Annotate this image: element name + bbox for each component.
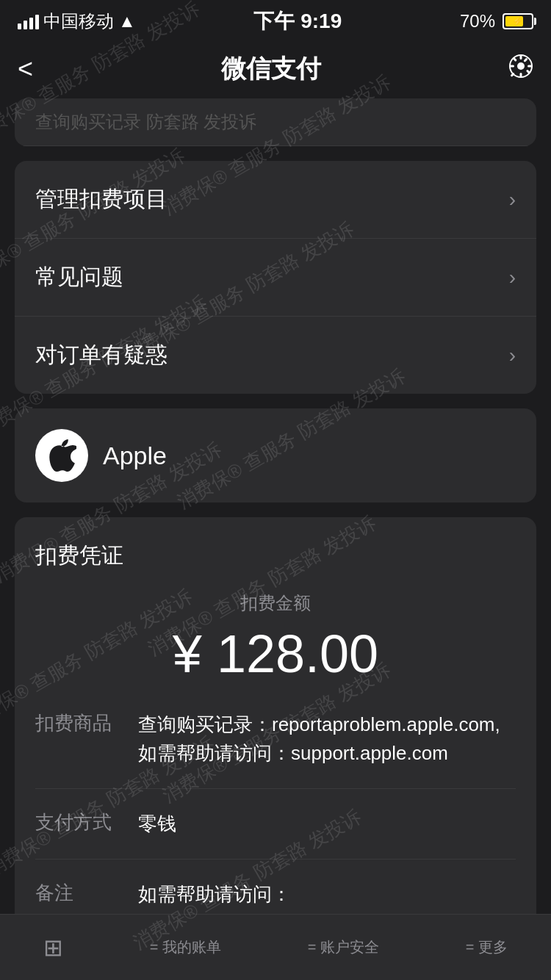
detail-value-remark: 如需帮助请访问： bbox=[138, 880, 291, 909]
tab-item-keyboard[interactable]: ⊞ bbox=[43, 934, 63, 962]
amount-value: ¥ 128.00 bbox=[35, 624, 516, 684]
wifi-icon: ▲ bbox=[118, 11, 136, 32]
page-title: 微信支付 bbox=[221, 52, 321, 86]
menu-item-manage-deductions[interactable]: 管理扣费项目 › bbox=[15, 161, 536, 239]
chevron-right-icon: › bbox=[509, 266, 516, 289]
apple-logo-circle bbox=[35, 429, 88, 482]
chevron-right-icon: › bbox=[509, 188, 516, 212]
status-bar: 中国移动 ▲ 下午 9:19 70% ⚡ bbox=[0, 0, 551, 40]
tab-item-account-security[interactable]: = 账户安全 bbox=[308, 937, 379, 957]
apple-section: Apple bbox=[15, 408, 536, 502]
receipt-section: 扣费凭证 扣费金额 ¥ 128.00 扣费商品 查询购买记录：reportapr… bbox=[15, 517, 536, 932]
status-left: 中国移动 ▲ bbox=[18, 10, 136, 33]
top-partial-text: 查询购买记录 防套路 发投诉 bbox=[15, 98, 536, 146]
menu-item-manage-deductions-label: 管理扣费项目 bbox=[35, 184, 168, 215]
detail-value-payment: 零钱 bbox=[138, 810, 176, 838]
status-time: 下午 9:19 bbox=[253, 7, 342, 35]
tab-bar: ⊞ = 我的账单 = 账户安全 = 更多 bbox=[0, 914, 551, 980]
svg-point-1 bbox=[517, 62, 525, 70]
status-right: 70% ⚡ bbox=[460, 11, 533, 32]
menu-item-order-questions[interactable]: 对订单有疑惑 › bbox=[15, 317, 536, 394]
svg-rect-3 bbox=[520, 73, 522, 77]
battery-percent: 70% bbox=[460, 11, 495, 32]
detail-row-payment: 支付方式 零钱 bbox=[35, 810, 516, 860]
svg-rect-9 bbox=[523, 58, 527, 62]
detail-key-product: 扣费商品 bbox=[35, 710, 138, 736]
svg-rect-5 bbox=[527, 65, 532, 68]
tab-item-more[interactable]: = 更多 bbox=[466, 937, 508, 957]
signal-bars-icon bbox=[18, 13, 39, 29]
settings-button[interactable] bbox=[508, 54, 533, 84]
receipt-title: 扣费凭证 bbox=[35, 541, 516, 571]
detail-row-remark: 备注 如需帮助请访问： bbox=[35, 880, 516, 909]
tab-item-my-bills[interactable]: = 我的账单 bbox=[150, 937, 221, 957]
tab-label-more: = 更多 bbox=[466, 937, 508, 957]
menu-item-faq-label: 常见问题 bbox=[35, 262, 123, 292]
battery-icon: ⚡ bbox=[503, 13, 533, 29]
chevron-right-icon: › bbox=[509, 344, 516, 367]
keyboard-icon: ⊞ bbox=[43, 934, 63, 962]
tab-label-my-bills: = 我的账单 bbox=[150, 937, 221, 957]
apple-logo-icon bbox=[47, 439, 76, 472]
amount-label: 扣费金额 bbox=[35, 591, 516, 615]
tab-label-account-security: = 账户安全 bbox=[308, 937, 379, 957]
apple-name-label: Apple bbox=[103, 442, 167, 470]
top-partial-section: 查询购买记录 防套路 发投诉 bbox=[15, 98, 536, 146]
detail-key-remark: 备注 bbox=[35, 880, 138, 906]
svg-rect-2 bbox=[520, 55, 522, 60]
nav-bar: < 微信支付 bbox=[0, 40, 551, 98]
detail-row-product: 扣费商品 查询购买记录：reportaproblem.apple.com, 如需… bbox=[35, 710, 516, 789]
menu-item-order-questions-label: 对订单有疑惑 bbox=[35, 340, 168, 370]
svg-rect-4 bbox=[510, 65, 514, 68]
detail-value-product: 查询购买记录：reportaproblem.apple.com, 如需帮助请访问… bbox=[138, 710, 516, 768]
back-button[interactable]: < bbox=[18, 54, 33, 84]
menu-section: 管理扣费项目 › 常见问题 › 对订单有疑惑 › bbox=[15, 161, 536, 394]
detail-key-payment: 支付方式 bbox=[35, 810, 138, 835]
menu-item-faq[interactable]: 常见问题 › bbox=[15, 239, 536, 317]
carrier-label: 中国移动 bbox=[43, 10, 114, 33]
